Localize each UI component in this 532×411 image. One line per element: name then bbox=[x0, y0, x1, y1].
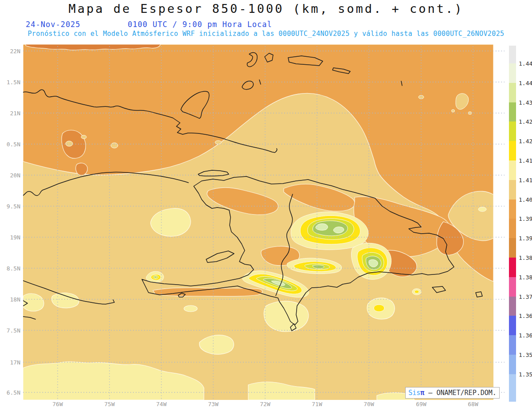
colorbar-label: 1.368 bbox=[519, 313, 532, 319]
colorbar-segment bbox=[509, 141, 516, 160]
lat-label: 18N bbox=[0, 296, 20, 303]
colorbar-segment bbox=[509, 277, 516, 297]
colorbar-segment bbox=[509, 355, 516, 374]
forecast-time: 0100 UTC / 9:00 pm Hora Local bbox=[128, 20, 272, 29]
colorbar-segment bbox=[509, 297, 516, 316]
lat-label: 17N bbox=[0, 359, 20, 366]
lon-label: 76W bbox=[52, 401, 63, 407]
colorbar-label: 1.416 bbox=[519, 157, 532, 164]
brand-label: Sis bbox=[408, 389, 420, 397]
colorbar-segment bbox=[509, 316, 516, 335]
pale-spot bbox=[478, 207, 486, 211]
lon-label: 74W bbox=[156, 401, 166, 407]
lat-label: 8.5N bbox=[0, 265, 20, 272]
colorbar-label: 1.428 bbox=[519, 118, 532, 125]
lat-label: 0.5N bbox=[0, 141, 20, 148]
gridline-stubs bbox=[496, 51, 505, 392]
colorbar-label: 1.374 bbox=[519, 293, 532, 300]
colorbar-label: 1.362 bbox=[519, 332, 532, 339]
colorbar-label: 1.41 bbox=[519, 176, 532, 183]
colorbar-label: 1.386 bbox=[519, 254, 532, 261]
colorbar-label: 1.404 bbox=[519, 196, 532, 203]
lon-label: 68W bbox=[468, 401, 478, 407]
colorbar-label: 1.434 bbox=[519, 99, 532, 106]
yellow-spot-south-coast bbox=[374, 305, 384, 312]
colorbar-label: 1.35 bbox=[519, 371, 532, 377]
colorbar-segment bbox=[509, 46, 516, 63]
lon-label: 71W bbox=[312, 401, 322, 407]
colorbar-segment bbox=[509, 374, 516, 402]
colorbar-segment bbox=[509, 121, 516, 141]
colorbar-label: 1.392 bbox=[519, 235, 532, 242]
lon-label: 70W bbox=[364, 401, 374, 407]
lon-label: 75W bbox=[104, 401, 114, 407]
weather-map-page: Mapa de Espesor 850-1000 (km, somd. + co… bbox=[0, 0, 532, 411]
lat-label: 22N bbox=[0, 48, 20, 55]
brand-pi-symbol: π bbox=[420, 389, 424, 397]
forecast-subtitle: Pronóstico con el Modelo Atmósferico WRF… bbox=[0, 30, 532, 38]
attribution-separator: — bbox=[428, 389, 432, 397]
lat-label: 19N bbox=[0, 234, 20, 241]
colorbar-segment bbox=[509, 83, 516, 102]
colorbar-segment bbox=[509, 219, 516, 238]
lon-label: 73W bbox=[208, 401, 218, 407]
colorbar-segment bbox=[509, 102, 516, 122]
colorbar-label: 1.398 bbox=[519, 215, 532, 222]
mountain-contours-small-east bbox=[412, 289, 421, 295]
colorbar-segment bbox=[509, 160, 516, 180]
dark-orange-patch-cuba-2 bbox=[76, 163, 87, 176]
thickness-map bbox=[23, 44, 505, 403]
lon-label: 72W bbox=[260, 401, 270, 407]
lat-label: 6.5N bbox=[0, 389, 20, 396]
lat-label: 7.5N bbox=[0, 327, 20, 334]
lon-label: 69W bbox=[416, 401, 426, 407]
colorbar-segment bbox=[509, 200, 516, 219]
colorbar-label: 1.446 bbox=[519, 60, 532, 67]
colorbar-segment bbox=[509, 180, 516, 200]
lat-label: 21N bbox=[0, 110, 20, 117]
colorbar-label: 1.356 bbox=[519, 352, 532, 358]
page-title: Mapa de Espesor 850-1000 (km, somd. + co… bbox=[0, 2, 532, 16]
attribution-box: Sisπ — ONAMET/REP.DOM. bbox=[405, 387, 500, 399]
lat-label: 1.5N bbox=[0, 79, 20, 86]
colorbar-segment bbox=[509, 238, 516, 258]
forecast-date: 24-Nov-2025 bbox=[26, 20, 81, 29]
colorbar bbox=[509, 46, 516, 402]
colorbar-segment bbox=[509, 335, 516, 355]
colorbar-segment bbox=[509, 63, 516, 83]
colorbar-label: 1.44 bbox=[519, 79, 532, 86]
colorbar-label: 1.38 bbox=[519, 274, 532, 280]
org-label: ONAMET/REP.DOM. bbox=[436, 389, 496, 397]
lat-label: 9.5N bbox=[0, 203, 20, 210]
lat-label: 20N bbox=[0, 172, 20, 179]
colorbar-segment bbox=[509, 258, 516, 277]
colorbar-label: 1.422 bbox=[519, 138, 532, 145]
